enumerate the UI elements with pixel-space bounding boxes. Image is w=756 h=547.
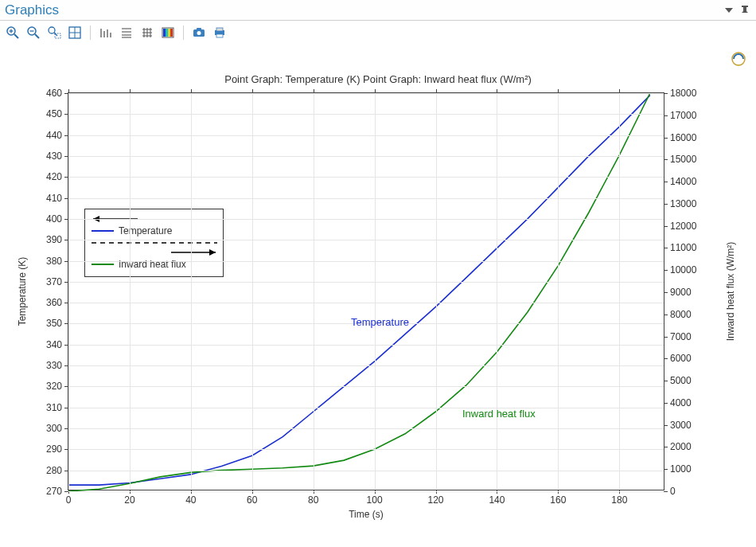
y-right-tick-label: 6000 — [670, 353, 692, 364]
y-left-tick-label: 360 — [46, 297, 62, 308]
y-right-axis-label: Inward heat flux (W/m²) — [725, 242, 736, 342]
y-right-tick-label: 5000 — [670, 375, 692, 386]
y-left-tick-label: 380 — [46, 256, 62, 267]
y-left-tick-label: 330 — [46, 360, 62, 371]
legend-row: Temperature — [92, 225, 216, 236]
y-left-tick-label: 350 — [46, 318, 62, 329]
y-left-tick-label: 320 — [46, 381, 62, 392]
x-axis-label: Time (s) — [349, 509, 384, 520]
y-left-tick-label: 420 — [46, 171, 62, 182]
svg-rect-30 — [168, 29, 170, 37]
legend-arrow-right-icon — [170, 248, 217, 257]
y-left-tick-label: 390 — [46, 234, 62, 245]
legend-label: Temperature — [119, 225, 172, 236]
x-tick-label: 0 — [66, 494, 72, 506]
x-tick-label: 180 — [611, 494, 627, 506]
y-left-tick-label: 400 — [46, 213, 62, 225]
comsol-badge-icon — [731, 51, 746, 67]
y-right-tick-label: 17000 — [670, 110, 696, 121]
y-left-axis-label: Temperature (K) — [17, 257, 28, 326]
svg-line-5 — [35, 34, 39, 38]
zoom-extents-button[interactable] — [65, 23, 84, 42]
y-right-tick-label: 3000 — [670, 420, 692, 431]
x-tick-label: 80 — [308, 494, 318, 506]
panel-menu-icon[interactable] — [723, 4, 735, 17]
svg-rect-31 — [170, 29, 173, 37]
svg-rect-28 — [163, 29, 166, 37]
graphics-panel: Graphics — [0, 0, 756, 547]
y-right-tick-label: 18000 — [670, 88, 696, 99]
zoom-out-button[interactable] — [24, 23, 43, 42]
x-tick-label: 140 — [489, 494, 505, 506]
svg-point-7 — [49, 27, 55, 33]
grid-button[interactable] — [138, 23, 157, 42]
x-tick-label: 100 — [367, 494, 383, 506]
y-right-tick-label: 9000 — [670, 287, 692, 298]
y-right-tick-label: 14000 — [670, 176, 696, 187]
y-left-tick-label: 440 — [46, 130, 62, 141]
y-left-tick-label: 300 — [46, 423, 62, 434]
y-right-tick-label: 12000 — [670, 221, 696, 232]
legend-swatch — [92, 230, 114, 232]
y-left-tick-label: 450 — [46, 108, 62, 119]
y-right-tick-label: 11000 — [670, 242, 696, 253]
x-tick-label: 60 — [247, 494, 257, 506]
y-right-tick-label: 0 — [670, 486, 676, 497]
y-right-tick-label: 4000 — [670, 397, 692, 408]
x-tick-label: 40 — [185, 494, 196, 506]
snapshot-button[interactable] — [189, 23, 208, 42]
y-left-tick-label: 430 — [46, 150, 62, 162]
svg-rect-33 — [197, 28, 201, 30]
graphics-toolbar — [0, 21, 756, 45]
svg-point-34 — [197, 31, 201, 35]
y-right-tick-label: 7000 — [670, 331, 692, 342]
svg-rect-37 — [216, 34, 223, 37]
y-right-tick-label: 16000 — [670, 132, 696, 143]
zoom-in-button[interactable] — [3, 23, 22, 42]
y-left-tick-label: 370 — [46, 276, 62, 287]
svg-rect-36 — [216, 28, 223, 31]
color-table-button[interactable] — [158, 23, 177, 42]
log-y-button[interactable] — [117, 23, 136, 42]
chart-stage: Point Graph: Temperature (K) Point Graph… — [0, 45, 756, 547]
toolbar-separator — [90, 25, 91, 40]
svg-rect-29 — [166, 29, 168, 37]
y-left-tick-label: 280 — [46, 465, 62, 476]
x-tick-label: 20 — [124, 494, 134, 506]
y-right-tick-label: 10000 — [670, 264, 696, 275]
y-left-tick-label: 310 — [46, 402, 62, 413]
x-tick-label: 120 — [428, 494, 444, 506]
chart-title: Point Graph: Temperature (K) Point Graph… — [224, 73, 532, 85]
svg-marker-43 — [209, 249, 216, 256]
y-right-tick-label: 13000 — [670, 198, 696, 209]
y-left-tick-label: 460 — [46, 88, 62, 99]
y-right-tick-label: 2000 — [670, 441, 692, 452]
y-right-tick-label: 15000 — [670, 154, 696, 165]
pin-icon[interactable] — [738, 4, 751, 17]
y-left-tick-label: 410 — [46, 193, 62, 204]
y-right-tick-label: 8000 — [670, 309, 692, 320]
panel-header: Graphics — [0, 0, 756, 21]
series-line — [68, 93, 650, 491]
toolbar-separator — [183, 25, 184, 40]
series-line — [68, 96, 650, 485]
zoom-box-button[interactable] — [45, 23, 64, 42]
y-left-tick-label: 290 — [46, 443, 62, 455]
x-tick-label: 160 — [550, 494, 566, 506]
print-button[interactable] — [210, 23, 229, 42]
y-right-tick-label: 1000 — [670, 463, 692, 475]
plot-area[interactable]: Time (s) Temperature (K) Inward heat flu… — [68, 92, 664, 490]
log-x-button[interactable] — [96, 23, 115, 42]
svg-line-1 — [14, 34, 18, 38]
legend-swatch — [92, 264, 114, 265]
panel-title: Graphics — [5, 2, 719, 18]
y-left-tick-label: 270 — [46, 486, 62, 497]
y-left-tick-label: 340 — [46, 339, 62, 350]
